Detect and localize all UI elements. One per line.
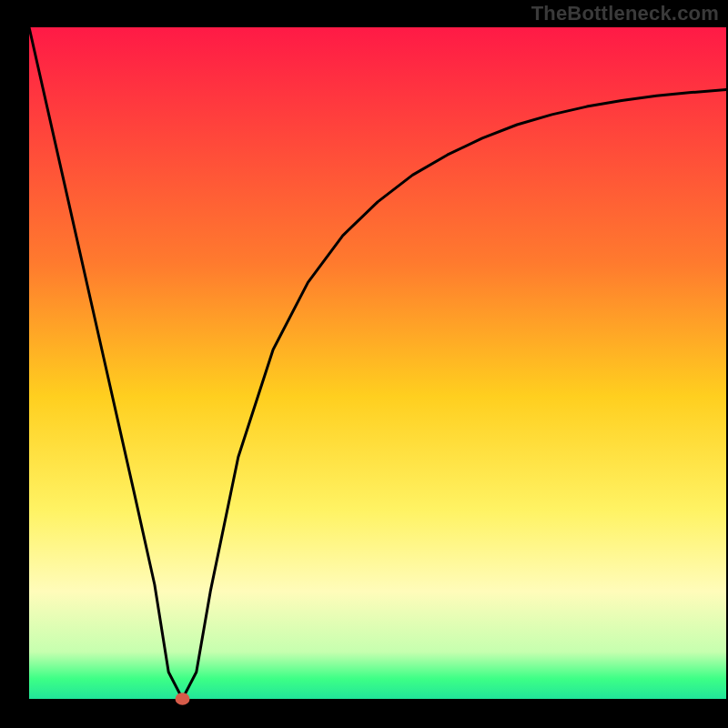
optimum-marker	[176, 693, 190, 705]
plot-background	[29, 27, 726, 699]
chart-frame: TheBottleneck.com	[0, 0, 728, 728]
bottleneck-chart	[0, 0, 728, 728]
watermark-label: TheBottleneck.com	[531, 2, 719, 25]
